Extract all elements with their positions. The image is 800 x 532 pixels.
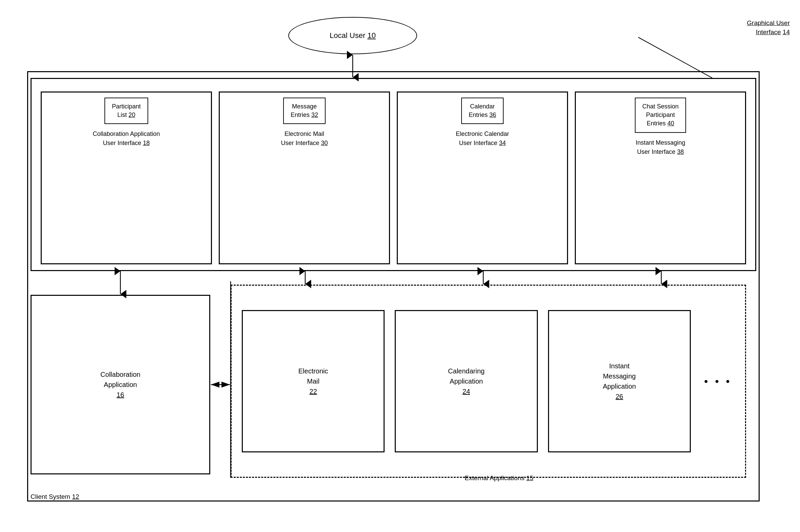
im-ui-label: Instant MessagingUser Interface 38 xyxy=(636,138,685,156)
collab-app-label: CollaborationApplication16 xyxy=(101,369,140,400)
participant-list-ref: 20 xyxy=(129,112,135,118)
im-app-box: InstantMessagingApplication26 xyxy=(548,310,691,452)
diagram: Local User 10 Graphical User Interface 1… xyxy=(0,0,800,532)
local-user-ref: 10 xyxy=(367,31,376,40)
external-apps-label: External Applications 15 xyxy=(465,474,533,482)
collab-app-box: CollaborationApplication16 xyxy=(31,295,210,474)
chat-session-box: Chat SessionParticipantEntries 40 xyxy=(635,98,686,133)
collab-ui-label: Collaboration ApplicationUser Interface … xyxy=(93,130,160,148)
ui-panels-container: ParticipantList 20 Collaboration Applica… xyxy=(31,81,756,274)
client-system-ref: 12 xyxy=(72,493,79,500)
chat-session-ref: 40 xyxy=(667,120,674,127)
email-app-box: ElectronicMail22 xyxy=(242,310,385,452)
local-user-label: Local User 10 xyxy=(330,31,376,40)
calendar-ui-panel: CalendarEntries 36 Electronic CalendarUs… xyxy=(397,92,568,264)
external-apps-box: ElectronicMail22 CalendaringApplication2… xyxy=(231,285,746,478)
calendar-ui-label: Electronic CalendarUser Interface 34 xyxy=(456,130,509,148)
message-entries-ref: 32 xyxy=(311,112,318,118)
ext-apps-inner: ElectronicMail22 CalendaringApplication2… xyxy=(232,286,745,477)
gui-line1: Graphical User xyxy=(747,19,790,26)
message-entries-box: MessageEntries 32 xyxy=(283,98,326,124)
gui-line2: Interface xyxy=(756,28,781,36)
calendar-entries-ref: 36 xyxy=(489,112,496,118)
gui-ref-num: 14 xyxy=(783,28,790,36)
client-system-label: Client System 12 xyxy=(31,493,79,500)
participant-list-box: ParticipantList 20 xyxy=(105,98,148,124)
calendar-app-label: CalendaringApplication24 xyxy=(448,366,485,397)
im-app-label: InstantMessagingApplication26 xyxy=(603,361,636,401)
email-ui-label: Electronic MailUser Interface 30 xyxy=(281,130,328,148)
collab-ui-panel: ParticipantList 20 Collaboration Applica… xyxy=(41,92,212,264)
im-ui-panel: Chat SessionParticipantEntries 40 Instan… xyxy=(575,92,746,264)
external-apps-ref: 15 xyxy=(526,474,533,481)
email-app-label: ElectronicMail22 xyxy=(298,366,328,397)
more-apps-dots: • • • xyxy=(701,310,735,452)
email-ui-panel: MessageEntries 32 Electronic MailUser In… xyxy=(219,92,390,264)
calendar-entries-box: CalendarEntries 36 xyxy=(461,98,504,124)
gui-reference-label: Graphical User Interface 14 xyxy=(611,19,790,37)
calendar-app-box: CalendaringApplication24 xyxy=(395,310,538,452)
local-user-ellipse: Local User 10 xyxy=(288,17,417,54)
